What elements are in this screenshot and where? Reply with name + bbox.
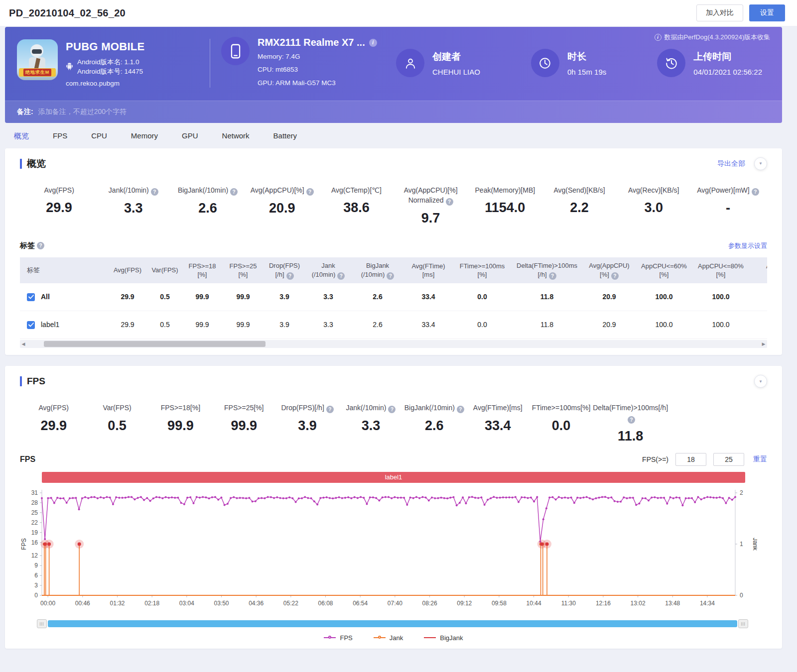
fps-threshold-input-1[interactable]: [675, 453, 706, 466]
legend-marker: [424, 637, 436, 638]
tab-GPU[interactable]: GPU: [182, 131, 198, 141]
svg-text:08:26: 08:26: [422, 600, 437, 607]
svg-text:06:08: 06:08: [318, 600, 333, 607]
column-label: AppCPU<=80%: [698, 262, 744, 271]
label-checkbox[interactable]: [27, 321, 35, 329]
hscroll-thumb[interactable]: [44, 341, 266, 347]
app-version-name: Android版本名: 1.1.0: [77, 57, 143, 67]
overview-card: 概览 导出全部 ▼ Avg(FPS)29.9Jank(/10min)?3.3Bi…: [5, 148, 782, 355]
column-label-unit: (/10min)?: [361, 270, 395, 280]
device-info-icon[interactable]: i: [369, 39, 377, 47]
help-icon[interactable]: ?: [151, 188, 158, 196]
legend-item-Jank[interactable]: Jank: [374, 634, 403, 642]
tab-Memory[interactable]: Memory: [131, 131, 158, 141]
legend-marker: [374, 637, 386, 638]
help-icon[interactable]: ?: [306, 188, 314, 196]
column-label-unit: [/h]?: [275, 270, 293, 280]
duration-label: 时长: [567, 50, 606, 63]
help-icon[interactable]: ?: [286, 272, 294, 280]
tab-CPU[interactable]: CPU: [91, 131, 107, 141]
chart-scroll-track[interactable]: [48, 620, 737, 627]
fps-chart-title: FPS: [20, 455, 35, 464]
help-icon[interactable]: ?: [230, 188, 238, 196]
metric: Jank(/10min)?3.3: [96, 185, 170, 226]
note-bar[interactable]: 备注: 添加备注，不超过200个字符: [5, 101, 782, 123]
reset-link[interactable]: 重置: [753, 455, 767, 464]
tab-FPS[interactable]: FPS: [53, 131, 67, 141]
help-icon[interactable]: ?: [387, 272, 394, 280]
column-label: Var(FPS): [151, 266, 178, 275]
value-cell: 29.9: [107, 311, 148, 338]
note-label: 备注:: [17, 108, 33, 116]
column-header: FPS>=18[%]: [182, 257, 223, 283]
metric: Avg(FPS)29.9: [22, 403, 85, 444]
help-icon[interactable]: ?: [611, 272, 619, 280]
tab-概览[interactable]: 概览: [14, 131, 29, 141]
add-compare-button[interactable]: 加入对比: [696, 4, 743, 21]
chart-scroll-left-grip[interactable]: |||: [37, 619, 47, 628]
label-name: label1: [41, 320, 59, 330]
upload-time-block: 上传时间 04/01/2021 02:56:22: [657, 49, 762, 77]
chart-scroll-right-grip[interactable]: |||: [738, 619, 748, 628]
help-icon[interactable]: ?: [337, 272, 345, 280]
column-label: 标签: [27, 266, 40, 275]
tab-Network[interactable]: Network: [222, 131, 250, 141]
help-icon[interactable]: ?: [628, 416, 635, 424]
metric-value: 99.9: [212, 418, 275, 434]
duration-value: 0h 15m 19s: [567, 68, 606, 76]
metric-value: 0.5: [85, 418, 148, 434]
metric-value: 0.0: [530, 418, 593, 434]
help-icon[interactable]: ?: [37, 242, 44, 249]
column-label-unit: [%]: [660, 270, 669, 279]
clock-icon: [531, 49, 559, 77]
value-cell: 0.0: [453, 311, 512, 338]
tab-Battery[interactable]: Battery: [273, 131, 297, 141]
metric-value: 29.9: [22, 200, 96, 216]
metric-value: 1154.0: [468, 200, 542, 216]
help-icon[interactable]: ?: [388, 406, 396, 413]
help-icon[interactable]: ?: [457, 406, 464, 413]
fps-threshold-input-2[interactable]: [713, 453, 744, 466]
help-icon[interactable]: ?: [752, 188, 759, 196]
help-icon[interactable]: ?: [446, 198, 453, 206]
device-name: RMX2111 Realme X7 ...: [258, 37, 365, 48]
value-cell: 99.9: [182, 311, 223, 338]
metric-label: Delta(FTime)>100ms[/h]?: [593, 403, 668, 423]
svg-text:00:46: 00:46: [75, 600, 90, 607]
collapse-fps-button[interactable]: ▼: [754, 375, 767, 388]
metric-label: Avg(Send)[KB/s]: [542, 185, 616, 195]
help-icon[interactable]: ?: [326, 406, 334, 413]
label-name: All: [41, 292, 50, 302]
overview-title: 概览: [20, 159, 46, 169]
value-cell: 0.0: [453, 283, 512, 311]
metric: BigJank(/10min)?2.6: [402, 403, 466, 444]
scroll-left-arrow[interactable]: ◀: [20, 340, 27, 348]
svg-text:10:44: 10:44: [527, 600, 541, 607]
collapse-overview-button[interactable]: ▼: [754, 157, 767, 170]
metric: Drop(FPS)[/h]?3.9: [275, 403, 339, 444]
bigjank-markers: [40, 540, 551, 549]
legend-item-FPS[interactable]: FPS: [324, 634, 352, 642]
column-label-unit: [%]: [716, 270, 726, 279]
settings-button[interactable]: 设置: [749, 4, 785, 21]
export-all-link[interactable]: 导出全部: [717, 159, 745, 168]
help-icon[interactable]: ?: [549, 272, 556, 280]
label-checkbox[interactable]: [27, 293, 35, 301]
legend-item-BigJank[interactable]: BigJank: [424, 634, 463, 642]
metric-value: 20.9: [245, 201, 319, 216]
upload-time-value: 04/01/2021 02:56:22: [693, 68, 762, 76]
app-version-code: Android版本号: 14475: [77, 67, 143, 77]
chart-legend: FPSJankBigJank: [20, 634, 767, 642]
svg-text:11:30: 11:30: [561, 600, 576, 607]
metric-label: FPS>=25[%]: [212, 403, 275, 413]
column-header: Avg(FTime)[ms]: [404, 257, 453, 283]
scroll-right-arrow[interactable]: ▶: [760, 340, 767, 348]
label-cell: All: [20, 283, 107, 311]
svg-text:22: 22: [31, 519, 38, 526]
duration-block: 时长 0h 15m 19s: [531, 49, 606, 77]
param-display-settings-link[interactable]: 参数显示设置: [728, 241, 767, 250]
chart-scrollbar: ||| |||: [37, 619, 748, 628]
labels-table: 标签Avg(FPS)Var(FPS)FPS>=18[%]FPS>=25[%]Dr…: [20, 257, 767, 339]
top-bar: PD_20210104_02_56_20 加入对比 设置: [0, 0, 797, 26]
metric-label: Jank(/10min)?: [96, 185, 170, 196]
